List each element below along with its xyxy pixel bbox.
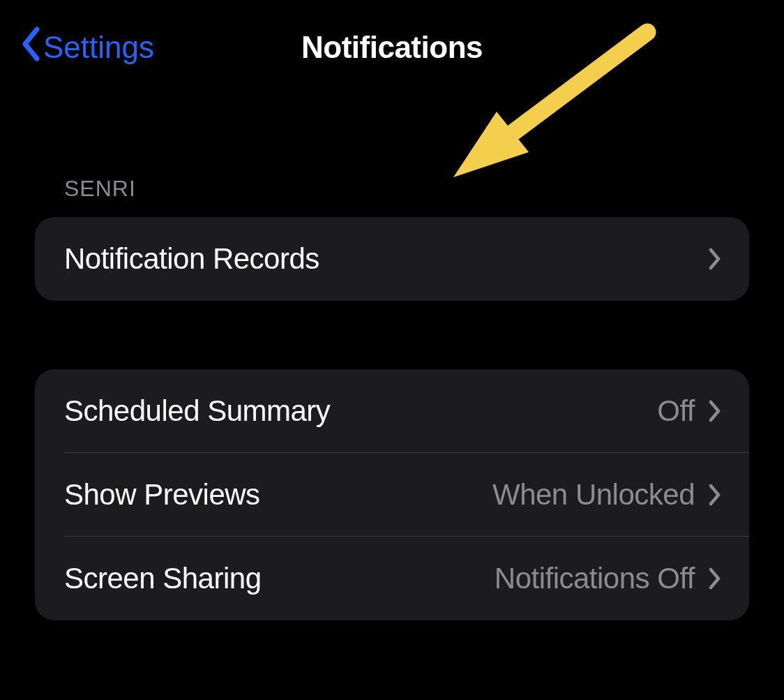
row-label: Scheduled Summary (64, 394, 330, 428)
settings-group-general: Scheduled Summary Off Show Previews When… (35, 369, 749, 620)
row-label: Screen Sharing (64, 562, 262, 595)
svg-marker-1 (453, 112, 529, 177)
row-right: When Unlocked (492, 478, 721, 512)
settings-group-senri: Notification Records (35, 217, 749, 301)
row-screen-sharing[interactable]: Screen Sharing Notifications Off (35, 537, 749, 620)
row-value: When Unlocked (492, 478, 695, 512)
row-right: Notifications Off (495, 562, 721, 595)
chevron-right-icon (709, 567, 721, 590)
section-header-senri: SENRI (64, 176, 749, 202)
row-notification-records[interactable]: Notification Records (35, 217, 749, 301)
row-scheduled-summary[interactable]: Scheduled Summary Off (35, 369, 749, 453)
chevron-right-icon (709, 248, 721, 270)
row-right (709, 248, 721, 270)
back-label: Settings (43, 30, 154, 65)
chevron-left-icon (21, 27, 40, 68)
row-value: Off (657, 394, 695, 428)
row-value: Notifications Off (495, 562, 695, 595)
chevron-right-icon (709, 400, 721, 422)
page-title: Notifications (301, 30, 483, 65)
chevron-right-icon (709, 484, 721, 506)
row-right: Off (657, 394, 721, 428)
nav-header: Settings Notifications (0, 0, 784, 68)
back-button[interactable]: Settings (21, 27, 154, 68)
row-label: Notification Records (64, 242, 319, 276)
row-label: Show Previews (64, 478, 260, 512)
row-show-previews[interactable]: Show Previews When Unlocked (35, 453, 749, 537)
